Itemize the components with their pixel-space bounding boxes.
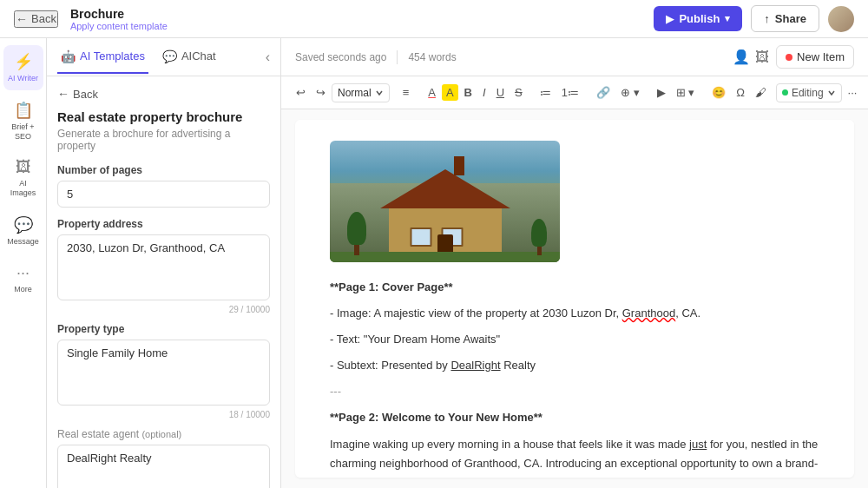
panel-tabs: 🤖 AI Templates 💬 AIChat ‹ [47, 38, 280, 76]
share-label: Share [775, 12, 806, 25]
back-button[interactable]: ← Back [14, 10, 58, 28]
icon-group: 👤 🖼 [733, 49, 769, 65]
aichat-icon: 💬 [162, 49, 177, 63]
redo-button[interactable]: ↪ [312, 82, 330, 102]
sidebar-item-ai-writer[interactable]: ⚡ AI Writer [3, 45, 43, 90]
brief-icon: 📋 [14, 101, 33, 120]
message-icon: 💬 [14, 215, 33, 234]
back-label: Back [31, 12, 56, 25]
optional-label: (optional) [141, 429, 181, 439]
char-count-address: 29 / 10000 [57, 305, 270, 314]
editor-area: Saved seconds ago 454 words 👤 🖼 New Item… [281, 38, 868, 488]
editor-content[interactable]: **Page 1: Cover Page** - Image: A majest… [295, 120, 854, 478]
sidebar-item-brief-seo[interactable]: 📋 Brief + SEO [3, 94, 43, 148]
publish-play-icon: ▶ [666, 13, 674, 25]
panel: 🤖 AI Templates 💬 AIChat ‹ ← Back Real es… [47, 38, 281, 488]
format-paint-button[interactable]: 🖌 [751, 82, 771, 102]
editing-chevron-icon [827, 89, 836, 97]
sidebar-item-ai-images[interactable]: 🖼 AI Images [3, 151, 43, 205]
new-item-button[interactable]: New Item [776, 45, 854, 69]
textarea-real-estate-agent[interactable]: DealRight Realty [57, 445, 270, 488]
label-real-estate-agent: Real estate agent (optional) [57, 428, 270, 440]
image-icon[interactable]: 🖼 [755, 49, 769, 65]
more-options-button[interactable]: ··· [844, 82, 862, 102]
underline-button[interactable]: U [492, 82, 509, 102]
images-icon: 🖼 [16, 158, 31, 176]
panel-form-title: Real estate property brochure [57, 109, 270, 124]
sidebar-item-more[interactable]: ··· More [3, 257, 43, 301]
char-count-type: 18 / 10000 [57, 410, 270, 419]
strikethrough-button[interactable]: S [510, 82, 527, 102]
align-button[interactable]: ≡ [398, 82, 414, 102]
tab-ai-templates[interactable]: 🤖 AI Templates [57, 49, 148, 74]
page2-body: Imagine waking up every morning in a hou… [330, 435, 819, 478]
avatar-image [828, 6, 854, 32]
editing-dot [782, 89, 788, 96]
share-button[interactable]: ↑ Share [751, 5, 819, 32]
editor-subbar: Saved seconds ago 454 words 👤 🖼 New Item [281, 38, 868, 76]
input-num-pages[interactable] [57, 181, 270, 208]
panel-collapse-button[interactable]: ‹ [266, 49, 270, 65]
panel-back-button[interactable]: ← Back [57, 87, 270, 101]
label-property-address: Property address [57, 218, 270, 230]
recording-dot [786, 54, 792, 61]
panel-form-subtitle: Generate a brochure for advertising a pr… [57, 128, 270, 152]
numbered-list-button[interactable]: 1≔ [557, 82, 583, 102]
label-property-type: Property type [57, 323, 270, 335]
special-char-button[interactable]: Ω [732, 82, 749, 102]
apply-template-link[interactable]: Apply content template [70, 21, 168, 31]
publish-label: Publish [679, 12, 720, 25]
page-title: Brochure [70, 7, 168, 21]
sidebar-label-brief-seo: Brief + SEO [7, 122, 40, 142]
publish-button[interactable]: ▶ Publish ▾ [654, 6, 742, 31]
saved-status: Saved seconds ago [295, 51, 386, 63]
sidebar-item-message[interactable]: 💬 Message [3, 208, 43, 254]
left-sidebar: ⚡ AI Writer 📋 Brief + SEO 🖼 AI Images 💬 … [0, 38, 47, 488]
panel-back-arrow-icon: ← [57, 87, 69, 101]
subbar-right: 👤 🖼 New Item [733, 45, 854, 69]
chevron-down-icon [375, 89, 384, 97]
format-label: Normal [338, 87, 372, 99]
tab-aichat[interactable]: 💬 AIChat [159, 49, 220, 74]
bold-button[interactable]: B [460, 82, 477, 102]
word-count: 454 words [408, 51, 456, 63]
bullet-list-button[interactable]: ≔ [536, 82, 556, 102]
text-color-button[interactable]: A [424, 82, 440, 102]
editing-indicator: Editing [776, 83, 842, 102]
page1-line3: - Subtext: Presented by DealRight Realty [330, 356, 819, 375]
ai-templates-icon: 🤖 [61, 49, 76, 63]
page1-line1: - Image: A majestic view of the property… [330, 304, 819, 323]
topbar-left: ← Back Brochure Apply content template [14, 7, 168, 31]
sidebar-label-ai-images: AI Images [7, 179, 40, 198]
textarea-property-address[interactable]: 2030, Luzon Dr, Granthood, CA [57, 234, 270, 300]
undo-button[interactable]: ↩ [292, 82, 310, 102]
italic-button[interactable]: I [478, 82, 490, 102]
link-button[interactable]: 🔗 [592, 82, 615, 102]
editing-label: Editing [792, 87, 824, 99]
table-button[interactable]: ⊞ ▾ [672, 82, 700, 102]
highlight-button[interactable]: A [442, 84, 458, 101]
format-select[interactable]: Normal [332, 83, 390, 102]
textarea-property-type[interactable]: Single Family Home [57, 340, 270, 406]
new-item-label: New Item [797, 50, 845, 63]
property-image [330, 141, 560, 262]
sidebar-label-message: Message [7, 237, 39, 247]
lightning-icon: ⚡ [14, 52, 33, 71]
avatar[interactable] [828, 6, 854, 32]
label-num-pages: Number of pages [57, 164, 270, 176]
editor-toolbar: ↩ ↪ Normal ≡ A A B I U S ≔ 1≔ 🔗 ⊕ ▾ ▶ ⊞ … [281, 76, 868, 109]
share-upload-icon: ↑ [764, 12, 770, 25]
insert-button[interactable]: ⊕ ▾ [616, 82, 644, 102]
person-icon[interactable]: 👤 [733, 49, 750, 65]
publish-chevron-icon: ▾ [725, 13, 730, 24]
main-layout: ⚡ AI Writer 📋 Brief + SEO 🖼 AI Images 💬 … [0, 38, 868, 488]
page1-header: **Page 1: Cover Page** [330, 280, 453, 293]
tab-aichat-label: AIChat [181, 49, 216, 63]
sidebar-label-more: More [14, 285, 32, 294]
back-arrow-icon: ← [16, 12, 28, 26]
emoji-button[interactable]: 😊 [707, 82, 730, 102]
editor-page1: **Page 1: Cover Page** - Image: A majest… [330, 278, 819, 478]
page1-line2: - Text: "Your Dream Home Awaits" [330, 330, 819, 349]
play-button[interactable]: ▶ [653, 82, 670, 102]
topbar: ← Back Brochure Apply content template ▶… [0, 0, 868, 38]
